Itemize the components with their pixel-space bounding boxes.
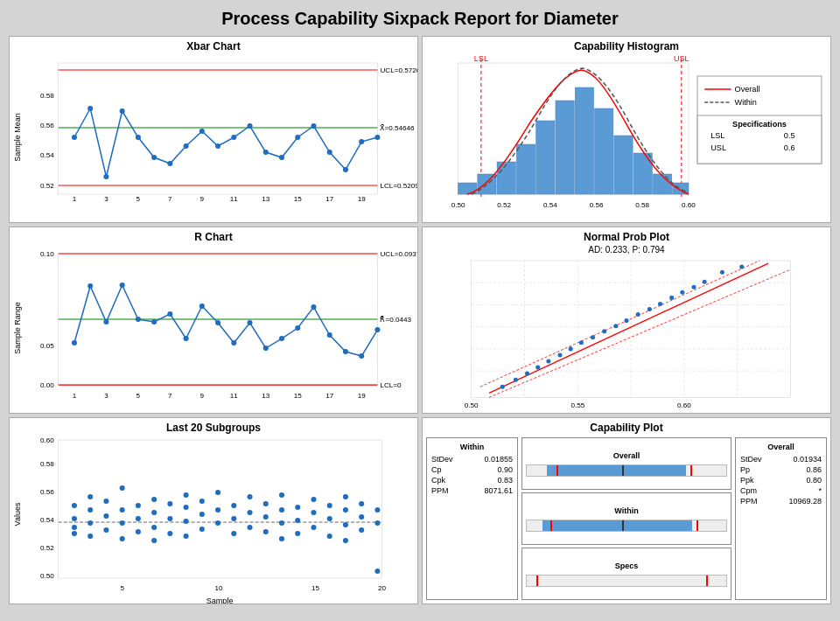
svg-text:Overall: Overall [735,85,760,94]
svg-point-104 [184,336,189,341]
svg-point-199 [200,512,205,517]
svg-point-147 [680,290,684,295]
overall-ppm-value: 10969.28 [788,497,822,506]
svg-text:11: 11 [230,392,239,400]
svg-point-230 [359,501,364,506]
svg-point-197 [184,534,189,539]
svg-text:0.00: 0.00 [40,381,54,389]
svg-point-32 [231,135,236,140]
svg-text:15: 15 [312,584,320,592]
svg-point-213 [279,507,284,513]
svg-text:11: 11 [230,195,239,203]
svg-text:0.52: 0.52 [40,182,54,190]
svg-text:0.60: 0.60 [682,201,696,209]
overall-pp-label: Pp [740,465,750,474]
svg-point-228 [343,494,348,499]
svg-point-195 [184,519,189,524]
charts-grid: Xbar Chart UCL=0.57201 X̄=0.54646 LCL=0.… [9,36,831,604]
svg-text:0.5: 0.5 [784,131,795,140]
svg-point-132 [514,378,518,382]
capability-histogram-panel: Capability Histogram LSL USL [422,36,831,223]
svg-point-170 [72,516,77,521]
svg-point-202 [215,520,220,526]
capability-plot-panel: Capability Plot Within StDev 0.01855 Cp … [422,417,831,604]
svg-point-138 [579,340,584,345]
svg-point-210 [263,501,269,506]
svg-point-144 [648,307,652,311]
svg-point-151 [739,265,744,269]
svg-rect-48 [478,174,496,194]
svg-point-203 [215,490,220,495]
overall-bar-fill [547,465,687,476]
last20-chart-panel: Last 20 Subgroups 0.50 0.52 0.54 0.56 0.… [9,417,418,604]
svg-text:0.50: 0.50 [40,572,54,580]
svg-rect-54 [595,108,613,194]
svg-text:13: 13 [262,392,270,400]
svg-text:19: 19 [358,392,367,400]
svg-text:0.56: 0.56 [590,201,604,209]
svg-text:15: 15 [294,195,303,203]
svg-point-180 [120,485,125,491]
svg-point-212 [263,529,269,534]
capability-histogram-svg: LSL USL [423,54,830,223]
svg-text:0.58: 0.58 [40,92,54,100]
svg-point-215 [279,492,284,498]
svg-point-207 [247,494,252,499]
svg-point-106 [215,320,220,325]
svg-point-24 [103,174,108,179]
svg-text:5: 5 [120,584,124,592]
svg-point-192 [167,516,172,521]
overall-bar-center-marker [622,465,624,476]
svg-point-113 [327,332,332,338]
svg-text:USL: USL [674,54,690,63]
overall-stdev-value: 0.01934 [793,455,822,464]
svg-point-30 [200,129,205,134]
svg-point-173 [88,507,93,513]
svg-text:15: 15 [294,392,303,400]
svg-text:0.58: 0.58 [40,460,54,468]
svg-point-227 [343,522,348,527]
svg-text:0.50: 0.50 [465,401,479,409]
last20-chart-title: Last 20 Subgroups [10,418,417,436]
svg-point-112 [311,304,316,310]
svg-point-39 [343,167,348,172]
svg-point-100 [120,283,125,288]
overall-bar-label: Overall [526,451,727,460]
svg-point-36 [295,135,300,140]
svg-text:7: 7 [168,392,172,400]
svg-point-189 [151,525,157,530]
overall-cpm-label: Cpm [740,486,757,495]
specs-bar-left-marker [536,576,538,586]
svg-point-139 [591,335,595,339]
svg-point-231 [359,514,364,520]
svg-point-183 [120,536,125,541]
svg-text:LCL=0: LCL=0 [380,381,402,389]
normal-prob-plot-subtitle: AD: 0.233, P: 0.794 [423,245,830,255]
svg-point-224 [327,516,332,521]
svg-point-25 [120,108,125,114]
xbar-chart-panel: Xbar Chart UCL=0.57201 X̄=0.54646 LCL=0.… [9,36,418,223]
last20-svg: 0.50 0.52 0.54 0.56 0.58 0.60 Values 5 1… [10,436,417,604]
svg-point-135 [546,359,550,363]
within-stats-label: Within [431,443,513,451]
specs-bar-container [526,575,727,587]
r-chart-title: R Chart [10,227,417,245]
svg-point-143 [636,312,640,317]
svg-point-98 [88,283,93,289]
svg-point-110 [279,336,284,341]
svg-text:UCL=0.57201: UCL=0.57201 [380,66,417,74]
svg-text:0.56: 0.56 [40,122,54,129]
overall-stats-label: Overall [740,443,822,451]
svg-point-229 [343,538,348,543]
svg-point-214 [279,520,284,526]
svg-point-233 [374,569,380,574]
svg-point-38 [327,150,332,155]
svg-text:9: 9 [200,195,205,203]
normal-prob-plot-title: Normal Prob Plot [423,227,830,245]
svg-point-41 [374,135,380,140]
svg-point-28 [167,161,172,166]
svg-point-109 [263,345,269,351]
normal-prob-svg: 0.50 0.55 0.60 [423,256,830,414]
svg-point-235 [374,520,380,526]
svg-text:9: 9 [200,392,205,400]
